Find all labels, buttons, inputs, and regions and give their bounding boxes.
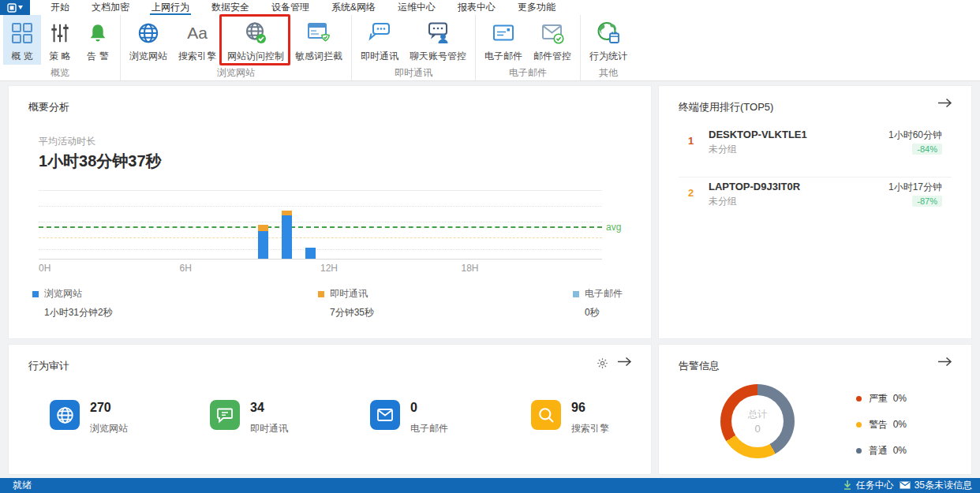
mail-icon — [492, 19, 515, 47]
overview-panel-title: 概要分析 — [28, 100, 69, 114]
stat-count: 0 — [410, 401, 448, 414]
stat-count: 34 — [250, 401, 288, 414]
chart-bar-浏览网站-11h — [305, 248, 316, 259]
audit-stat-搜索引擎[interactable]: 96搜索引擎 — [531, 400, 609, 435]
menu-tab-更多功能[interactable]: 更多功能 — [507, 0, 567, 15]
behavior-audit-panel: 行为审计 270浏览网站34即时通讯0电子邮件96搜索引擎 — [8, 344, 652, 475]
task-center-button[interactable]: 任务中心 — [843, 479, 894, 492]
avg-activity-value: 1小时38分钟37秒 — [39, 151, 162, 172]
terminal-name: DESKTOP-VLKTLE1 — [709, 129, 807, 140]
menu-tab-数据安全[interactable]: 数据安全 — [200, 0, 260, 15]
menu-tab-报表中心[interactable]: 报表中心 — [447, 0, 507, 15]
rank-number: 2 — [688, 187, 694, 199]
ribbon-item-邮件管控[interactable]: 邮件管控 — [528, 15, 577, 65]
aa-icon: Aa — [185, 19, 210, 47]
ribbon-group-概览: 概 览策 略告 警概览 — [0, 15, 121, 80]
chart-avg-line: avg — [39, 226, 602, 228]
ribbon-item-浏览网站[interactable]: 浏览网站 — [124, 15, 173, 65]
stat-label: 搜索引擎 — [571, 422, 609, 435]
legend-name: 浏览网站 — [44, 287, 82, 301]
alarm-legend-严重: 严重 0% — [856, 392, 907, 405]
menu-tab-运维中心[interactable]: 运维中心 — [387, 0, 447, 15]
terminal-name: LAPTOP-D9J3IT0R — [709, 181, 800, 192]
ribbon-group-其他: 行为统计其他 — [581, 15, 636, 80]
legend-swatch — [318, 291, 324, 297]
legend-value: 0秒 — [585, 306, 623, 319]
audit-settings-gear-icon[interactable] — [597, 357, 608, 372]
avg-activity-label: 平均活动时长 — [39, 135, 95, 148]
chat-icon — [368, 19, 391, 47]
alarm-panel-title: 告警信息 — [679, 359, 720, 373]
rank-number: 1 — [688, 135, 694, 147]
ribbon-item-label: 敏感词拦截 — [295, 50, 342, 63]
menu-tab-系统&网络[interactable]: 系统&网络 — [320, 0, 387, 15]
bell-icon — [88, 19, 108, 47]
chart-bar-浏览网站-10h — [282, 215, 292, 259]
statusbar: 就绪 任务中心 35条未读信息 — [0, 478, 980, 493]
app-window: 开始文档加密上网行为数据安全设备管理系统&网络运维中心报表中心更多功能 概 览策… — [0, 0, 980, 493]
terminal-trend-badge: -84% — [912, 144, 942, 155]
ribbon-item-搜索引擎[interactable]: Aa搜索引擎 — [173, 15, 222, 65]
ribbon-group-label: 概览 — [3, 65, 117, 84]
search-icon — [531, 400, 561, 430]
ribbon-item-聊天账号管控[interactable]: 聊天账号管控 — [404, 15, 472, 65]
x-tick-18H: 18H — [462, 263, 479, 274]
alarm-legend-label: 警告 0% — [869, 418, 907, 431]
menu-tab-文档加密[interactable]: 文档加密 — [80, 0, 140, 15]
chart-bar-即时通讯-9h — [258, 225, 268, 231]
ribbon-item-电子邮件[interactable]: 电子邮件 — [479, 15, 528, 65]
activity-bar-chart: avg — [39, 190, 602, 260]
sliders-icon — [50, 19, 70, 47]
unread-messages-button[interactable]: 35条未读信息 — [900, 479, 972, 492]
ribbon-item-label: 电子邮件 — [484, 50, 522, 63]
ribbon-item-行为统计[interactable]: 行为统计 — [584, 15, 633, 65]
alarm-more-arrow-icon[interactable] — [937, 356, 952, 370]
ribbon-group-label: 电子邮件 — [479, 65, 577, 84]
window-shield-icon — [307, 19, 331, 47]
terminal-usage-time: 1小时60分钟 — [888, 129, 942, 142]
app-logo-button[interactable] — [0, 0, 30, 15]
ribbon-group-电子邮件: 电子邮件邮件管控电子邮件 — [476, 15, 581, 80]
ribbon-item-网站访问控制[interactable]: 网站访问控制 — [222, 15, 290, 65]
ribbon-item-概览[interactable]: 概 览 — [3, 15, 41, 65]
audit-stat-即时通讯[interactable]: 34即时通讯 — [210, 400, 288, 435]
menu-tab-上网行为[interactable]: 上网行为 — [140, 0, 200, 15]
globe-stats-icon — [597, 19, 620, 47]
globe-check-icon — [244, 19, 267, 47]
ribbon-item-label: 告 警 — [87, 50, 108, 63]
menu-tabs: 开始文档加密上网行为数据安全设备管理系统&网络运维中心报表中心更多功能 — [39, 0, 567, 15]
ribbon-item-告警[interactable]: 告 警 — [79, 15, 117, 65]
x-tick-12H: 12H — [320, 263, 338, 274]
status-ready-text: 就绪 — [13, 479, 32, 492]
alarm-legend-label: 严重 0% — [869, 392, 907, 405]
ribbon-item-策略[interactable]: 策 略 — [41, 15, 79, 65]
ribbon-item-即时通讯[interactable]: 即时通讯 — [355, 15, 404, 65]
ribbon-item-label: 概 览 — [11, 50, 32, 63]
terminal-usage-time: 1小时17分钟 — [888, 181, 942, 194]
audit-stat-电子邮件[interactable]: 0电子邮件 — [370, 400, 448, 435]
audit-more-arrow-icon[interactable] — [617, 356, 632, 370]
ranking-more-arrow-icon[interactable] — [937, 97, 952, 111]
terminal-group: 未分组 — [709, 143, 737, 156]
menu-tab-开始[interactable]: 开始 — [39, 0, 80, 15]
globe-icon — [50, 400, 80, 430]
legend-dot — [856, 448, 862, 454]
chart-gridline — [39, 222, 602, 222]
ribbon-item-label: 网站访问控制 — [227, 50, 284, 63]
legend-value: 1小时31分钟2秒 — [44, 306, 113, 319]
audit-stat-浏览网站[interactable]: 270浏览网站 — [50, 400, 128, 435]
legend-dot — [856, 396, 862, 401]
legend-swatch — [32, 291, 39, 297]
ranking-row-1[interactable]: 1DESKTOP-VLKTLE1未分组1小时60分钟-84% — [679, 127, 952, 171]
legend-item-浏览网站: 浏览网站1小时31分钟2秒 — [32, 287, 113, 319]
ribbon-item-label: 搜索引擎 — [178, 50, 216, 63]
legend-dot — [856, 422, 862, 428]
alarm-total-value: 0 — [754, 423, 760, 435]
ribbon-item-label: 策 略 — [49, 50, 70, 63]
ribbon-item-敏感词拦截[interactable]: 敏感词拦截 — [290, 15, 348, 65]
menu-tab-设备管理[interactable]: 设备管理 — [260, 0, 320, 15]
ranking-row-2[interactable]: 2LAPTOP-D9J3IT0R未分组1小时17分钟-87% — [679, 179, 952, 223]
grid-icon — [11, 19, 33, 47]
alarm-legend-label: 普通 0% — [869, 444, 907, 458]
stat-count: 96 — [571, 401, 609, 414]
